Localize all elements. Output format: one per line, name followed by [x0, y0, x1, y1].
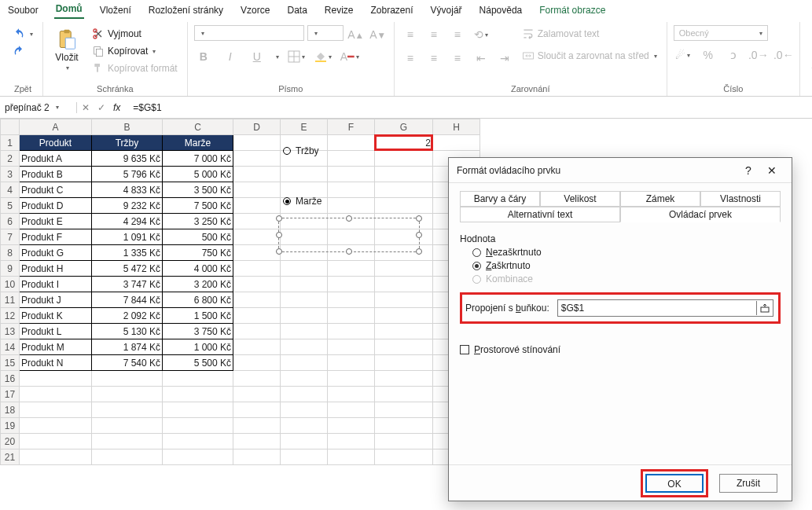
- cell[interactable]: [328, 151, 375, 167]
- cell[interactable]: [375, 182, 433, 198]
- tab-data[interactable]: Data: [285, 3, 308, 19]
- cell[interactable]: [233, 245, 281, 261]
- increase-font-button[interactable]: A▲: [347, 25, 366, 44]
- cell[interactable]: [233, 277, 281, 292]
- font-family-select[interactable]: ▾: [194, 25, 304, 41]
- row-header[interactable]: 5: [1, 198, 20, 214]
- conditional-format-button[interactable]: Poc forma: [806, 25, 812, 75]
- cell[interactable]: 6 800 Kč: [163, 292, 233, 308]
- row-header[interactable]: 2: [1, 151, 20, 167]
- confirm-formula-button[interactable]: ✓: [97, 102, 105, 113]
- merge-center-button[interactable]: Sloučit a zarovnat na střed▾: [519, 47, 660, 64]
- cell[interactable]: [375, 198, 433, 214]
- resize-handle[interactable]: [276, 232, 282, 238]
- indent-decrease-button[interactable]: ⇤: [472, 49, 491, 68]
- tab-zobrazeni[interactable]: Zobrazení: [369, 3, 415, 19]
- row-header[interactable]: 6: [1, 214, 20, 229]
- cell[interactable]: [328, 449, 375, 465]
- cell[interactable]: [375, 355, 433, 371]
- resize-handle[interactable]: [346, 215, 352, 222]
- increase-decimal-button[interactable]: .0→: [749, 46, 768, 64]
- cell[interactable]: Produkt G: [20, 245, 92, 261]
- cell[interactable]: [20, 371, 92, 387]
- tab-napoveda[interactable]: Nápověda: [478, 3, 524, 19]
- tab-domu[interactable]: Domů: [54, 2, 84, 19]
- tab-barvy-cary[interactable]: Barvy a čáry: [460, 191, 540, 207]
- cell[interactable]: 7 540 Kč: [92, 355, 163, 371]
- copy-button[interactable]: Kopírovat▾: [89, 42, 181, 60]
- cell[interactable]: [328, 198, 375, 214]
- cell[interactable]: 5 000 Kč: [163, 167, 233, 182]
- cell-F1[interactable]: [328, 135, 375, 151]
- col-header-D[interactable]: D: [233, 119, 281, 135]
- cell[interactable]: 3 500 Kč: [163, 182, 233, 198]
- cell[interactable]: 1 335 Kč: [92, 245, 163, 261]
- cut-button[interactable]: Vyjmout: [89, 25, 181, 42]
- cell[interactable]: [233, 198, 281, 214]
- prostor-stinovani-checkbox[interactable]: Prostorové stínování: [460, 344, 781, 355]
- cell[interactable]: [375, 324, 433, 339]
- cell[interactable]: [328, 167, 375, 182]
- cell[interactable]: [163, 371, 233, 387]
- cell[interactable]: [328, 402, 375, 418]
- cell[interactable]: [328, 182, 375, 198]
- cell-link-input[interactable]: $G$1: [557, 299, 773, 317]
- dialog-titlebar[interactable]: Formát ovládacího prvku ? ✕: [449, 158, 792, 183]
- help-button[interactable]: ?: [737, 164, 760, 177]
- cell[interactable]: [281, 261, 328, 277]
- cell[interactable]: [233, 261, 281, 277]
- cell[interactable]: 3 200 Kč: [163, 277, 233, 292]
- col-header-H[interactable]: H: [433, 119, 480, 135]
- cell[interactable]: [375, 151, 433, 167]
- col-header-G[interactable]: G: [375, 119, 433, 135]
- tab-vlastnosti[interactable]: Vlastnosti: [700, 191, 781, 207]
- resize-handle[interactable]: [346, 248, 352, 255]
- cell[interactable]: [233, 449, 281, 465]
- cell[interactable]: [233, 308, 281, 324]
- col-header-C[interactable]: C: [163, 119, 233, 135]
- cell[interactable]: [281, 355, 328, 371]
- cell[interactable]: [92, 387, 163, 402]
- cell[interactable]: [233, 402, 281, 418]
- cell[interactable]: [281, 277, 328, 292]
- cell[interactable]: [281, 308, 328, 324]
- cell[interactable]: 9 635 Kč: [92, 151, 163, 167]
- tab-vyvojar[interactable]: Vývojář: [429, 3, 464, 19]
- borders-button[interactable]: ▾: [287, 47, 306, 66]
- cell[interactable]: 750 Kč: [163, 245, 233, 261]
- row-header[interactable]: 14: [1, 339, 20, 355]
- cell[interactable]: [92, 371, 163, 387]
- cell[interactable]: [328, 434, 375, 449]
- cell[interactable]: 7 500 Kč: [163, 198, 233, 214]
- cell[interactable]: [92, 449, 163, 465]
- cell[interactable]: [281, 371, 328, 387]
- col-header-E[interactable]: E: [281, 119, 328, 135]
- cell[interactable]: [328, 355, 375, 371]
- row-header[interactable]: 18: [1, 402, 20, 418]
- cell[interactable]: 7 000 Kč: [163, 151, 233, 167]
- cell[interactable]: Produkt E: [20, 214, 92, 229]
- cell[interactable]: [163, 402, 233, 418]
- cell[interactable]: Produkt M: [20, 339, 92, 355]
- tab-alternativni-text[interactable]: Alternativní text: [460, 207, 620, 222]
- row-header[interactable]: 7: [1, 229, 20, 245]
- cell[interactable]: [375, 308, 433, 324]
- cell[interactable]: [281, 449, 328, 465]
- cell[interactable]: [20, 387, 92, 402]
- row-header[interactable]: 13: [1, 324, 20, 339]
- cell[interactable]: [375, 339, 433, 355]
- cell[interactable]: [233, 339, 281, 355]
- cell[interactable]: Produkt H: [20, 261, 92, 277]
- zrusit-button[interactable]: Zrušit: [719, 474, 777, 493]
- tab-revize[interactable]: Revize: [323, 3, 355, 19]
- cell[interactable]: 3 747 Kč: [92, 277, 163, 292]
- cell[interactable]: [281, 324, 328, 339]
- row-header[interactable]: 20: [1, 434, 20, 449]
- cell[interactable]: 1 000 Kč: [163, 339, 233, 355]
- cell[interactable]: Produkt L: [20, 324, 92, 339]
- resize-handle[interactable]: [416, 248, 422, 255]
- cell[interactable]: [233, 214, 281, 229]
- cell[interactable]: [375, 387, 433, 402]
- cell[interactable]: [233, 292, 281, 308]
- font-size-select[interactable]: ▾: [307, 25, 344, 41]
